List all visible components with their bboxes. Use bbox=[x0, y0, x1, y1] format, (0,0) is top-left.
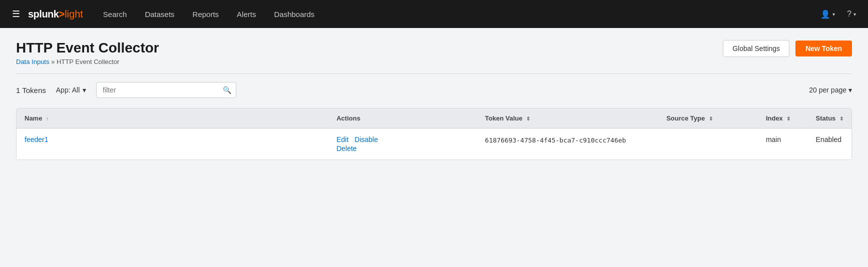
col-status-label: Status bbox=[816, 114, 836, 122]
table-wrap: Name ↑ Actions Token Value ⇕ Source Type… bbox=[16, 108, 852, 160]
hamburger-icon[interactable]: ☰ bbox=[8, 4, 24, 24]
status-value: Enabled bbox=[816, 136, 841, 144]
action-links: Edit Disable Delete bbox=[336, 136, 469, 152]
col-header-token[interactable]: Token Value ⇕ bbox=[477, 108, 658, 128]
app-filter-caret: ▾ bbox=[83, 86, 86, 94]
action-row-1: Edit Disable bbox=[336, 136, 469, 144]
col-header-status[interactable]: Status ⇕ bbox=[808, 108, 851, 128]
user-icon: 👤 bbox=[820, 10, 830, 19]
logo-splunk-text: splunk bbox=[28, 8, 59, 20]
breadcrumb-data-inputs-link[interactable]: Data Inputs bbox=[16, 58, 50, 66]
navbar-right: 👤 ▾ ? ▾ bbox=[816, 6, 860, 22]
page-container: HTTP Event Collector Data Inputs » HTTP … bbox=[0, 28, 868, 176]
col-header-actions: Actions bbox=[328, 108, 477, 128]
per-page-caret: ▾ bbox=[848, 86, 852, 94]
edit-link[interactable]: Edit bbox=[336, 136, 348, 144]
col-index-label: Index bbox=[766, 114, 783, 122]
index-value: main bbox=[766, 136, 781, 144]
cell-name: feeder1 bbox=[17, 128, 328, 160]
per-page-dropdown[interactable]: 20 per page ▾ bbox=[809, 86, 852, 94]
col-header-name[interactable]: Name ↑ bbox=[17, 108, 328, 128]
table-header-row: Name ↑ Actions Token Value ⇕ Source Type… bbox=[17, 108, 851, 128]
token-name-link[interactable]: feeder1 bbox=[25, 136, 48, 144]
token-count: 1 Tokens bbox=[16, 86, 46, 94]
action-row-2: Delete bbox=[336, 144, 469, 152]
app-filter-dropdown[interactable]: App: All ▾ bbox=[56, 86, 86, 94]
col-token-label: Token Value bbox=[485, 114, 523, 122]
cell-index: main bbox=[758, 128, 808, 160]
search-icon-button[interactable]: 🔍 bbox=[223, 86, 231, 94]
delete-link[interactable]: Delete bbox=[336, 144, 356, 152]
token-value: 61876693-4758-4f45-bca7-c910ccc746eb bbox=[485, 136, 626, 144]
help-icon: ? bbox=[847, 10, 851, 18]
col-header-sourcetype[interactable]: Source Type ⇕ bbox=[658, 108, 758, 128]
col-token-sort-icon: ⇕ bbox=[526, 116, 530, 122]
breadcrumb-separator: » bbox=[51, 58, 55, 66]
page-title: HTTP Event Collector bbox=[16, 40, 159, 56]
logo-light-text: light bbox=[65, 8, 83, 20]
col-header-index[interactable]: Index ⇕ bbox=[758, 108, 808, 128]
cell-token: 61876693-4758-4f45-bca7-c910ccc746eb bbox=[477, 128, 658, 160]
toolbar: 1 Tokens App: All ▾ 🔍 20 per page ▾ bbox=[16, 82, 852, 98]
nav-search[interactable]: Search bbox=[95, 6, 135, 22]
col-actions-label: Actions bbox=[336, 114, 360, 122]
nav-alerts[interactable]: Alerts bbox=[229, 6, 264, 22]
table-row: feeder1 Edit Disable Delete bbox=[17, 128, 851, 160]
breadcrumb: Data Inputs » HTTP Event Collector bbox=[16, 58, 159, 66]
col-name-sort-icon: ↑ bbox=[46, 116, 49, 122]
nav-datasets[interactable]: Datasets bbox=[137, 6, 182, 22]
help-menu[interactable]: ? ▾ bbox=[843, 6, 860, 22]
col-sourcetype-sort-icon: ⇕ bbox=[709, 116, 713, 122]
new-token-button[interactable]: New Token bbox=[795, 40, 852, 56]
disable-link[interactable]: Disable bbox=[354, 136, 378, 144]
app-filter-label: App: All bbox=[56, 86, 80, 94]
nav-dashboards[interactable]: Dashboards bbox=[266, 6, 322, 22]
header-actions: Global Settings New Token bbox=[723, 40, 852, 57]
nav-links: Search Datasets Reports Alerts Dashboard… bbox=[95, 6, 816, 22]
tokens-table: Name ↑ Actions Token Value ⇕ Source Type… bbox=[17, 108, 851, 160]
page-title-block: HTTP Event Collector Data Inputs » HTTP … bbox=[16, 40, 159, 66]
breadcrumb-current: HTTP Event Collector bbox=[57, 58, 119, 66]
page-header: HTTP Event Collector Data Inputs » HTTP … bbox=[16, 40, 852, 66]
col-index-sort-icon: ⇕ bbox=[786, 116, 790, 122]
navbar: ☰ splunk>light Search Datasets Reports A… bbox=[0, 0, 868, 28]
user-caret: ▾ bbox=[832, 12, 835, 17]
col-sourcetype-label: Source Type bbox=[666, 114, 705, 122]
col-name-label: Name bbox=[25, 114, 42, 122]
per-page-label: 20 per page bbox=[809, 86, 846, 94]
nav-reports[interactable]: Reports bbox=[185, 6, 227, 22]
cell-status: Enabled bbox=[808, 128, 851, 160]
logo: splunk>light bbox=[28, 8, 83, 20]
cell-actions: Edit Disable Delete bbox=[328, 128, 477, 160]
global-settings-button[interactable]: Global Settings bbox=[723, 40, 789, 57]
filter-input-wrap: 🔍 bbox=[96, 82, 236, 98]
col-status-sort-icon: ⇕ bbox=[839, 116, 843, 122]
filter-input[interactable] bbox=[96, 82, 236, 98]
header-divider bbox=[16, 74, 852, 74]
logo-arrow: > bbox=[59, 8, 65, 20]
help-caret: ▾ bbox=[853, 12, 856, 17]
user-menu[interactable]: 👤 ▾ bbox=[816, 6, 839, 22]
cell-sourcetype bbox=[658, 128, 758, 160]
